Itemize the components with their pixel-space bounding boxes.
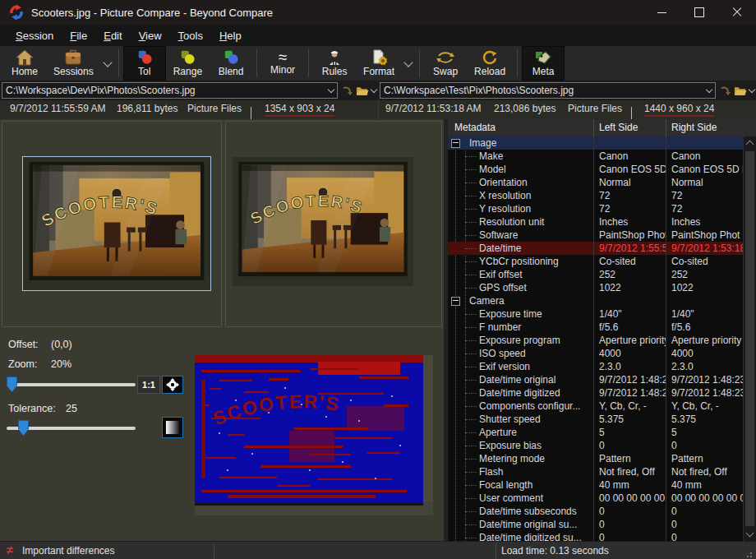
metadata-row-label: Exif version [479, 361, 530, 372]
format-button[interactable]: Format [356, 46, 402, 81]
menu-view[interactable]: View [131, 26, 169, 45]
left-image[interactable] [23, 157, 210, 290]
minimize-button[interactable] [643, 0, 680, 25]
metadata-row[interactable]: X resolution7272 [448, 189, 744, 202]
toolbar-separator [419, 49, 420, 77]
left-browse-folder-icon[interactable] [356, 83, 369, 98]
metadata-row[interactable]: SoftwarePaintShop PhotPaintShop Phot [448, 229, 744, 242]
metadata-row[interactable]: Focal length40 mm40 mm [448, 478, 744, 492]
metadata-row[interactable]: F numberf/5.6f/5.6 [448, 321, 744, 334]
right-image[interactable] [233, 157, 413, 286]
sessions-button[interactable]: Sessions [46, 46, 101, 81]
metadata-row[interactable]: Y resolution7272 [448, 202, 744, 215]
metadata-row[interactable]: YCbCr positioningCo-sitedCo-sited [448, 255, 744, 268]
metadata-row[interactable]: Shutter speed5.3755.375 [448, 413, 744, 426]
scrollbar-thumb[interactable] [745, 151, 754, 526]
fit-to-window-button[interactable] [162, 376, 183, 394]
tolerance-mode-button[interactable]: Tol [123, 46, 166, 81]
zoom-slider-thumb[interactable] [7, 377, 17, 392]
metadata-row-label: GPS offset [479, 282, 527, 293]
metadata-row[interactable]: GPS offset10221022 [448, 281, 744, 294]
chevron-down-icon[interactable] [251, 107, 251, 119]
metadata-right-value: PaintShop Phot [666, 229, 744, 242]
metadata-row[interactable]: Exif offset252252 [448, 268, 744, 281]
tolerance-slider-thumb[interactable] [18, 420, 29, 436]
metadata-group-row[interactable]: Camera [448, 294, 744, 307]
chevron-down-icon[interactable] [371, 85, 377, 92]
left-file-dimensions: 1354 x 903 x 24 [265, 103, 334, 114]
sessions-dropdown-chevron[interactable] [101, 46, 114, 81]
left-image-pane[interactable] [2, 121, 222, 327]
metadata-row[interactable]: ModelCanon EOS 5D MCanon EOS 5D M [448, 163, 744, 176]
right-revert-icon[interactable] [718, 83, 731, 98]
resize-grip-icon[interactable] [747, 551, 754, 557]
swap-button[interactable]: Swap [424, 46, 467, 81]
metadata-row[interactable]: Date/time digitized su...00 [448, 531, 744, 541]
approx-equal-icon: ≈ [279, 51, 287, 64]
right-image-pane[interactable] [225, 121, 442, 327]
metadata-row[interactable]: Metering modePatternPattern [448, 452, 744, 465]
chevron-down-icon[interactable] [749, 85, 755, 92]
right-browse-folder-icon[interactable] [734, 83, 747, 98]
left-side-column-header[interactable]: Left Side [593, 119, 666, 136]
scroll-up-icon[interactable] [746, 141, 754, 149]
zoom-slider[interactable] [7, 383, 136, 386]
maximize-button[interactable] [680, 0, 718, 25]
offset-value: (0,0) [51, 339, 72, 350]
gradient-display-button[interactable] [162, 417, 183, 438]
right-side-column-header[interactable]: Right Side [666, 119, 756, 136]
metadata-row[interactable]: Date/time digitized9/7/2012 1:48:239/7/2… [448, 386, 744, 400]
difference-image[interactable]: SCOOTER'S [195, 355, 433, 515]
menu-help[interactable]: Help [212, 26, 249, 45]
chevron-down-icon[interactable] [631, 107, 632, 119]
metadata-row[interactable]: ISO speed40004000 [448, 347, 744, 360]
range-mode-button[interactable]: Range [166, 46, 210, 81]
chevron-down-icon [103, 58, 112, 67]
right-file-type[interactable]: Picture Files [568, 103, 622, 114]
metadata-row[interactable]: Resolution unitInchesInches [448, 215, 744, 229]
metadata-row[interactable]: Components configur...Y, Cb, Cr, -Y, Cb,… [448, 400, 744, 413]
metadata-row[interactable]: MakeCanonCanon [448, 150, 744, 163]
fit-expand-icon [166, 378, 179, 391]
home-button[interactable]: Home [3, 46, 46, 81]
one-to-one-button[interactable]: 1:1 [137, 376, 160, 394]
meta-button[interactable]: Meta [522, 46, 565, 81]
metadata-row[interactable]: Exif version2.3.02.3.0 [448, 360, 744, 373]
metadata-row-label: Exif offset [479, 269, 522, 280]
status-divider [214, 543, 214, 558]
metadata-column-header[interactable]: Metadata [448, 119, 593, 136]
metadata-row[interactable]: Date/time original9/7/2012 1:48:239/7/20… [448, 373, 744, 386]
metadata-row[interactable]: Date/time9/7/2012 1:55:599/7/2012 1:53:1… [448, 242, 744, 255]
metadata-row[interactable]: FlashNot fired, OffNot fired, Off [448, 465, 744, 478]
format-dropdown-chevron[interactable] [402, 46, 415, 81]
metadata-right-value: 2.3.0 [666, 360, 744, 373]
metadata-row[interactable]: Exposure bias00 [448, 439, 744, 452]
tolerance-slider[interactable] [7, 427, 136, 430]
menu-file[interactable]: File [62, 26, 94, 45]
reload-button[interactable]: Reload [467, 46, 513, 81]
metadata-row[interactable]: Date/time original su...00 [448, 518, 744, 531]
metadata-row[interactable]: OrientationNormalNormal [448, 176, 744, 189]
metadata-row[interactable]: User comment00 00 00 00 00 00 0000 00 00… [448, 492, 744, 505]
menu-edit[interactable]: Edit [96, 26, 129, 45]
metadata-row[interactable]: Aperture55 [448, 426, 744, 439]
right-path-combobox[interactable]: C:\Workspace\Test\Pix\Photos\Scooters.jp… [380, 82, 716, 99]
close-button[interactable] [718, 0, 756, 25]
rules-button[interactable]: Rules [313, 46, 356, 81]
collapse-icon[interactable] [451, 139, 460, 148]
metadata-scrollbar[interactable] [743, 136, 756, 541]
metadata-row[interactable]: Exposure programAperture priorityApertur… [448, 334, 744, 347]
collapse-icon[interactable] [451, 297, 460, 306]
left-revert-icon[interactable] [340, 83, 353, 98]
minor-button[interactable]: ≈ Minor [261, 46, 304, 81]
metadata-group-row[interactable]: Image [448, 136, 744, 150]
blend-mode-button[interactable]: Blend [210, 46, 252, 81]
menu-tools[interactable]: Tools [171, 26, 210, 45]
left-file-type[interactable]: Picture Files [187, 103, 242, 114]
scroll-down-icon[interactable] [746, 529, 754, 538]
metadata-row[interactable]: Exposure time1/40"1/40" [448, 307, 744, 321]
left-path-combobox[interactable]: C:\Workspace\Dev\Pix\Photos\Scooters.jpg [2, 82, 338, 99]
metadata-row[interactable]: Date/time subseconds00 [448, 505, 744, 518]
menu-session[interactable]: Session [8, 26, 61, 45]
right-file-dimensions: 1440 x 960 x 24 [644, 103, 714, 114]
